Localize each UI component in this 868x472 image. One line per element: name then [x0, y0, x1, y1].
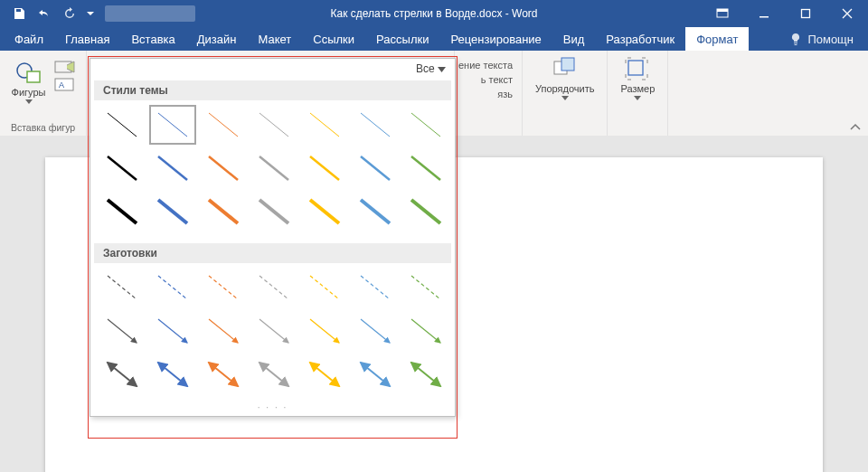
preset-style-swatch[interactable] — [99, 312, 145, 350]
tab-design[interactable]: Дизайн — [186, 27, 248, 51]
svg-line-15 — [259, 113, 288, 137]
preset-style-swatch[interactable] — [251, 355, 297, 393]
preset-style-swatch[interactable] — [302, 312, 347, 350]
edit-shape-icon[interactable] — [54, 60, 78, 74]
collapse-ribbon-icon[interactable] — [850, 123, 861, 132]
theme-style-swatch[interactable] — [251, 193, 297, 231]
theme-style-swatch[interactable] — [99, 106, 145, 144]
qat-dropdown-icon[interactable] — [85, 4, 96, 24]
svg-line-25 — [411, 156, 440, 180]
theme-style-swatch[interactable] — [99, 193, 145, 231]
group-wordart-styles-partial: ение текста ь текст язь — [454, 51, 523, 136]
theme-style-swatch[interactable] — [403, 106, 448, 144]
tell-me-label: Помощн — [807, 33, 854, 46]
arrange-button[interactable]: Упорядочить — [532, 54, 598, 102]
tab-view[interactable]: Вид — [552, 27, 596, 51]
svg-line-39 — [411, 276, 440, 299]
gallery-all-label: Все — [416, 62, 435, 75]
undo-icon[interactable] — [34, 4, 54, 24]
arrange-label: Упорядочить — [535, 83, 594, 94]
theme-style-swatch[interactable] — [150, 106, 195, 144]
preset-style-swatch[interactable] — [150, 312, 195, 350]
text-outline-partial[interactable]: ь текст — [481, 74, 513, 85]
group-insert-shapes: Фигуры A Вставка фигур — [0, 51, 87, 136]
theme-style-swatch[interactable] — [302, 106, 347, 144]
theme-style-swatch[interactable] — [403, 193, 448, 231]
preset-style-swatch[interactable] — [302, 355, 347, 393]
shape-styles-gallery: Все Стили темы Заготовки ∙ ∙ ∙ ∙ — [90, 58, 456, 417]
maximize-icon[interactable] — [785, 0, 826, 27]
theme-style-swatch[interactable] — [302, 193, 347, 231]
shapes-label: Фигуры — [12, 87, 46, 98]
tab-layout[interactable]: Макет — [247, 27, 302, 51]
theme-style-swatch[interactable] — [99, 149, 145, 187]
preset-style-swatch[interactable] — [251, 269, 297, 307]
group-arrange: Упорядочить — [523, 51, 608, 136]
theme-style-swatch[interactable] — [150, 149, 195, 187]
tab-developer[interactable]: Разработчик — [595, 27, 685, 51]
theme-style-swatch[interactable] — [403, 149, 448, 187]
theme-style-swatch[interactable] — [150, 193, 195, 231]
preset-style-swatch[interactable] — [353, 312, 398, 350]
tab-review[interactable]: Рецензирование — [439, 27, 552, 51]
theme-style-swatch[interactable] — [251, 149, 297, 187]
preset-style-swatch[interactable] — [353, 355, 398, 393]
preset-style-swatch[interactable] — [150, 269, 195, 307]
tab-file[interactable]: Файл — [4, 27, 54, 51]
svg-line-36 — [259, 276, 288, 299]
preset-style-swatch[interactable] — [353, 269, 398, 307]
tab-mailings[interactable]: Рассылки — [365, 27, 439, 51]
preset-style-swatch[interactable] — [201, 269, 246, 307]
gallery-all-dropdown[interactable]: Все — [416, 62, 446, 75]
theme-style-swatch[interactable] — [251, 106, 297, 144]
size-button[interactable]: Размер — [617, 54, 658, 102]
preset-style-swatch[interactable] — [201, 312, 246, 350]
save-icon[interactable] — [9, 4, 29, 24]
redo-icon[interactable] — [60, 4, 80, 24]
chevron-down-icon — [561, 96, 569, 100]
svg-line-24 — [361, 156, 390, 180]
gallery-resize-handle[interactable]: ∙ ∙ ∙ ∙ — [90, 401, 455, 416]
tell-me-search[interactable]: Помощн — [778, 27, 864, 51]
size-icon — [624, 56, 651, 81]
preset-style-swatch[interactable] — [251, 312, 297, 350]
tab-format[interactable]: Формат — [685, 27, 749, 51]
theme-style-swatch[interactable] — [353, 193, 398, 231]
text-link-partial[interactable]: язь — [497, 89, 513, 99]
svg-line-18 — [411, 113, 440, 137]
svg-line-34 — [158, 276, 187, 299]
theme-style-swatch[interactable] — [201, 106, 246, 144]
svg-line-17 — [361, 113, 390, 137]
theme-style-swatch[interactable] — [353, 106, 398, 144]
preset-style-swatch[interactable] — [150, 355, 195, 393]
user-account[interactable] — [105, 5, 195, 22]
preset-style-swatch[interactable] — [99, 355, 145, 393]
close-icon[interactable] — [826, 0, 868, 27]
svg-line-27 — [158, 200, 187, 223]
shapes-icon — [15, 60, 42, 85]
preset-style-swatch[interactable] — [403, 269, 448, 307]
svg-rect-2 — [760, 16, 769, 18]
svg-line-20 — [158, 156, 187, 180]
chevron-down-icon — [438, 67, 446, 72]
svg-line-40 — [108, 319, 137, 343]
theme-style-swatch[interactable] — [353, 149, 398, 187]
preset-style-swatch[interactable] — [403, 355, 448, 393]
preset-style-swatch[interactable] — [403, 312, 448, 350]
text-box-icon[interactable]: A — [54, 78, 78, 92]
preset-style-swatch[interactable] — [99, 269, 145, 307]
text-fill-partial[interactable]: ение текста — [458, 60, 513, 71]
svg-line-23 — [310, 156, 339, 180]
theme-styles-grid — [90, 106, 455, 238]
theme-style-swatch[interactable] — [201, 193, 246, 231]
preset-style-swatch[interactable] — [302, 269, 347, 307]
ribbon-display-options-icon[interactable] — [702, 0, 743, 27]
tab-references[interactable]: Ссылки — [302, 27, 365, 51]
shapes-button[interactable]: Фигуры — [8, 58, 50, 106]
tab-home[interactable]: Главная — [54, 27, 120, 51]
tab-insert[interactable]: Вставка — [120, 27, 185, 51]
preset-style-swatch[interactable] — [201, 355, 246, 393]
minimize-icon[interactable] — [743, 0, 785, 27]
theme-style-swatch[interactable] — [201, 149, 246, 187]
theme-style-swatch[interactable] — [302, 149, 347, 187]
